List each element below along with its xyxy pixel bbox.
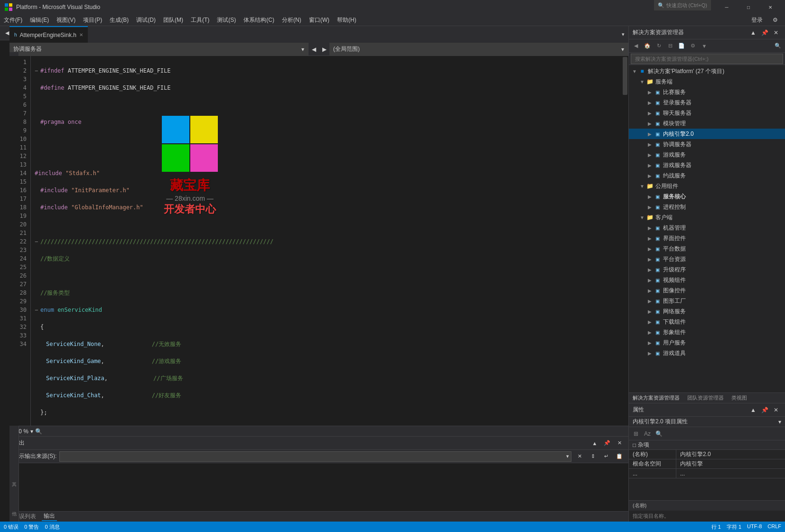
status-messages[interactable]: 0 消息: [45, 523, 59, 531]
se-tab-solution[interactable]: 解决方案资源管理器: [631, 394, 682, 401]
menu-team[interactable]: 团队(M): [159, 14, 187, 26]
tree-project-login[interactable]: ▶ ▣ 登录服务器: [629, 97, 785, 108]
menu-arch[interactable]: 体系结构(C): [240, 14, 278, 26]
tree-project-platform-res[interactable]: ▶ ▣ 平台资源: [629, 254, 785, 264]
se-filter-btn[interactable]: ▼: [699, 41, 710, 51]
se-home-btn[interactable]: 🏠: [642, 41, 653, 51]
se-tab-class[interactable]: 类视图: [729, 394, 749, 401]
tree-project-image-factory[interactable]: ▶ ▣ 图形工厂: [629, 296, 785, 306]
tree-project-ui[interactable]: ▶ ▣ 界面控件: [629, 233, 785, 243]
menu-tools[interactable]: 工具(T): [187, 14, 213, 26]
tab-overflow-button[interactable]: ▾: [618, 26, 628, 43]
login-button[interactable]: 登录: [748, 15, 766, 25]
code-editor[interactable]: 12345 678910 1112131415 1617181920 21222…: [9, 56, 628, 426]
prop-value-extra[interactable]: ...: [676, 470, 785, 477]
se-search-input[interactable]: [631, 54, 783, 64]
scope-dropdown-right[interactable]: (全局范围) ▾: [329, 43, 628, 56]
se-refresh-btn[interactable]: ↻: [654, 41, 664, 51]
tree-solution-root[interactable]: ▼ ■ 解决方案'Platform' (27 个项目): [629, 66, 785, 76]
prop-value-namespace[interactable]: 内核引擎: [676, 460, 785, 468]
se-collapse-btn[interactable]: ⊟: [665, 41, 675, 51]
prop-sort-alpha-btn[interactable]: Az: [642, 429, 653, 439]
close-button[interactable]: ✕: [759, 0, 781, 14]
tree-folder-server[interactable]: ▼ 📁 服务端: [629, 76, 785, 87]
tree-project-network[interactable]: ▶ ▣ 网络服务: [629, 306, 785, 317]
project-icon-game-svc: ▣: [654, 151, 661, 159]
output-source-dropdown[interactable]: ▾: [59, 451, 571, 462]
output-copy-btn[interactable]: 📋: [614, 451, 625, 462]
se-pin-btn[interactable]: 📌: [759, 28, 770, 38]
menu-debug[interactable]: 调试(D): [132, 14, 159, 26]
se-show-files-btn[interactable]: 📄: [676, 41, 687, 51]
se-search-icon[interactable]: 🔍: [773, 41, 783, 51]
tree-project-race[interactable]: ▶ ▣ 比赛服务: [629, 87, 785, 97]
menu-view[interactable]: 视图(V): [53, 14, 79, 26]
code-line: [35, 101, 618, 109]
status-errors[interactable]: 0 错误: [4, 523, 19, 531]
settings-icon[interactable]: ⚙: [769, 14, 781, 26]
solution-explorer: 解决方案资源管理器 ▲ 📌 ✕ ◀ 🏠 ↻ ⊟ 📄 ⚙ ▼ 🔍: [629, 26, 785, 403]
sidebar-bottom-1[interactable]: 其: [10, 464, 19, 492]
tree-project-game-item[interactable]: ▶ ▣ 游戏道具: [629, 348, 785, 358]
output-close-btn[interactable]: ✕: [614, 438, 625, 448]
tree-project-download[interactable]: ▶ ▣ 下载组件: [629, 317, 785, 327]
se-back-btn[interactable]: ◀: [631, 41, 641, 51]
scope-dropdown-left[interactable]: 协调服务器 ▾: [9, 43, 308, 56]
prop-up-btn[interactable]: ▲: [748, 405, 758, 415]
prop-search-btn[interactable]: 🔍: [654, 429, 664, 439]
prop-value-name[interactable]: 内核引擎2.0: [676, 450, 785, 458]
tree-project-image-ctrl[interactable]: ▶ ▣ 图像控件: [629, 285, 785, 296]
tree-project-user[interactable]: ▶ ▣ 用户服务: [629, 337, 785, 348]
se-close-btn[interactable]: ✕: [771, 28, 781, 38]
tab-output[interactable]: 输出: [42, 512, 57, 521]
tree-project-battle[interactable]: ▶ ▣ 约战服务: [629, 170, 785, 181]
tree-project-machine[interactable]: ▶ ▣ 机器管理: [629, 223, 785, 233]
tree-project-chat-server[interactable]: ▶ ▣ 聊天服务器: [629, 108, 785, 118]
tree-project-service-core[interactable]: ▶ ▣ 服务核心: [629, 191, 785, 202]
tree-project-coord[interactable]: ▶ ▣ 协调服务器: [629, 139, 785, 149]
code-content[interactable]: −#ifndef ATTEMPER_ENGINE_SINK_HEAD_FILE …: [31, 56, 622, 426]
menu-test[interactable]: 测试(S): [213, 14, 240, 26]
menu-edit[interactable]: 编辑(E): [26, 14, 53, 26]
tree-folder-client[interactable]: ▼ 📁 客户端: [629, 212, 785, 223]
menu-build[interactable]: 生成(B): [106, 14, 132, 26]
output-clear-btn[interactable]: ✕: [574, 451, 585, 462]
se-up-btn[interactable]: ▲: [748, 28, 758, 38]
se-tab-team[interactable]: 团队资源管理器: [685, 394, 726, 401]
prop-close-btn[interactable]: ✕: [771, 405, 781, 415]
sidebar-bottom-2[interactable]: 他: [10, 493, 19, 522]
nav-right[interactable]: ▶: [319, 43, 329, 56]
output-pin-btn[interactable]: 📌: [602, 438, 612, 448]
tree-project-process[interactable]: ▶ ▣ 进程控制: [629, 202, 785, 212]
tree-project-platform-data[interactable]: ▶ ▣ 平台数据: [629, 243, 785, 254]
output-up-btn[interactable]: ▲: [589, 438, 600, 448]
tree-project-avatar[interactable]: ▶ ▣ 形象组件: [629, 327, 785, 337]
menu-window[interactable]: 窗口(W): [305, 14, 333, 26]
output-wrap-btn[interactable]: ↵: [601, 451, 611, 462]
minimize-button[interactable]: ─: [716, 0, 738, 14]
se-properties-btn[interactable]: ⚙: [688, 41, 698, 51]
tree-project-video[interactable]: ▶ ▣ 视频组件: [629, 275, 785, 285]
prop-pin-btn[interactable]: 📌: [759, 405, 770, 415]
scroll-thumb[interactable]: [623, 57, 627, 95]
menu-file[interactable]: 文件(F): [0, 14, 26, 26]
output-toggle-btn[interactable]: ⇕: [588, 451, 598, 462]
prop-sort-category-btn[interactable]: ⊞: [631, 429, 641, 439]
tree-project-game-svc[interactable]: ▶ ▣ 游戏服务: [629, 149, 785, 160]
prop-dropdown-arrow[interactable]: ▾: [778, 419, 781, 425]
nav-left[interactable]: ◀: [308, 43, 319, 56]
tree-project-module[interactable]: ▶ ▣ 模块管理: [629, 118, 785, 129]
menu-analyze[interactable]: 分析(N): [278, 14, 305, 26]
tree-project-game-svr[interactable]: ▶ ▣ 游戏服务器: [629, 160, 785, 170]
tree-project-kernel[interactable]: ▶ ▣ 内核引擎2.0: [629, 129, 785, 139]
editor-scrollbar[interactable]: [622, 56, 628, 426]
active-tab[interactable]: h AttemperEngineSink.h ✕: [9, 26, 88, 43]
status-warnings[interactable]: 0 警告: [24, 523, 39, 531]
tree-project-upgrade[interactable]: ▶ ▣ 升级程序: [629, 264, 785, 275]
quick-launch[interactable]: 🔍 快速启动 (Ctrl+Q): [654, 0, 711, 10]
maximize-button[interactable]: □: [738, 0, 759, 14]
tree-folder-common[interactable]: ▼ 📁 公用组件: [629, 181, 785, 191]
tab-close-button[interactable]: ✕: [79, 32, 83, 37]
menu-help[interactable]: 帮助(H): [333, 14, 360, 26]
menu-project[interactable]: 项目(P): [79, 14, 106, 26]
